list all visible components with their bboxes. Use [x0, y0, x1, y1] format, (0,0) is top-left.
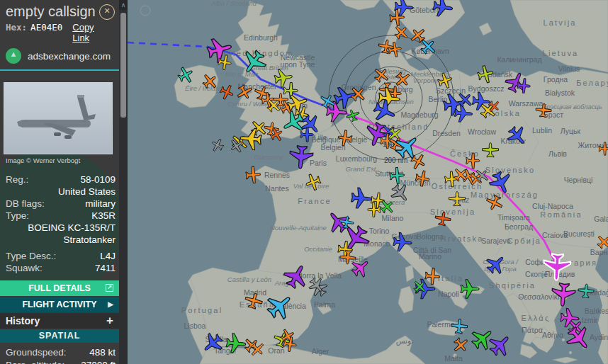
map-label: România [540, 210, 582, 219]
map-label: Србија [507, 237, 541, 245]
map-label: Lisboa [184, 322, 206, 330]
map-label: Białystok [545, 89, 575, 97]
info-row: BOEING KC-135R/T [6, 222, 116, 234]
map-label: Galați [594, 215, 608, 223]
photo-credit: Image © Werner Verbogt [0, 154, 119, 164]
aircraft-photo[interactable] [4, 82, 113, 154]
map-label: Львів [548, 149, 567, 158]
plus-icon: + [106, 314, 113, 328]
map-label: Torino [369, 227, 390, 235]
map-label: Paris [310, 159, 327, 167]
map-label: Lublin [532, 126, 552, 135]
spatial-data-table: Groundspeed:488 ktBaro. altitude:37000 f… [0, 343, 119, 364]
map-label: Nouvelle-Aquitaine [270, 224, 327, 232]
info-row: DB flags:military [6, 198, 116, 210]
map-label: Варна [590, 248, 608, 256]
map-label: Slovensko [485, 166, 536, 174]
map-label: Hrvatska [441, 234, 484, 243]
info-row: Squawk:7411 [6, 262, 116, 274]
info-row: Stratotanker [6, 234, 116, 246]
aircraft-info-sidebar: empty callsign × Hex: AE04E0 Copy Link a… [0, 0, 128, 364]
map-label: Aydin [590, 333, 608, 341]
spatial-row: Groundspeed:488 kt [6, 346, 116, 359]
scrollbar-thumb[interactable] [120, 13, 126, 118]
map-label: Grand Est [346, 165, 376, 173]
map-label: Dresden [432, 129, 461, 137]
spatial-row: Baro. altitude:37000 ft [6, 359, 116, 364]
adsbexchange-app: 150 nm200 nm Alba / ScotlandEdinburghNew… [0, 0, 608, 364]
map-label: Castilla y León [227, 275, 271, 283]
info-row: Type:K35R [6, 210, 116, 222]
map-label: Timișoara [497, 213, 530, 222]
expand-arrow-icon: ▶ [108, 297, 113, 312]
callsign-title: empty callsign [6, 4, 96, 20]
map-label: Sarajevo [481, 237, 511, 245]
map-label: Italia [438, 274, 463, 283]
map-label: Shqipëria [489, 281, 536, 290]
map-label: Malta [444, 354, 463, 363]
map-label: Αθήνα [542, 331, 563, 339]
map-label: Cluj-Napoca [532, 202, 573, 210]
map-label: Wrocław [468, 127, 496, 136]
kc135-photo-silhouette [4, 83, 111, 152]
flight-activity-button[interactable]: FLIGHT ACTIVITY ▶ [0, 297, 119, 312]
map-label: Magdeburg [400, 110, 438, 119]
map-label: Nantes [265, 184, 288, 193]
svg-text:200 nm: 200 nm [384, 157, 407, 164]
map-label: Napoli [438, 290, 459, 298]
map-label: București [563, 229, 595, 238]
aircraft-info-table: Reg.:58-0109United StatesDB flags:milita… [0, 164, 119, 274]
info-row: Type Desc.:L4J [6, 250, 116, 262]
map-label: Lietuva [543, 49, 579, 57]
full-details-button[interactable]: FULL DETAILS ↗ [0, 280, 119, 296]
map-label: Rennes [264, 171, 290, 179]
adsbexchange-logo-icon [6, 48, 21, 64]
sidebar-scrollbar[interactable]: ∧ [119, 0, 128, 364]
map-label: United Kingdom [216, 49, 293, 57]
map-label: Луцьк [561, 127, 581, 135]
map-label: France [298, 197, 331, 205]
map-label: Чернівці [564, 176, 593, 184]
info-row: United States [6, 186, 116, 198]
map-label: Пловдив [545, 270, 575, 278]
hex-label: Hex: [6, 22, 27, 33]
map-label: Калининград [497, 55, 541, 64]
map-label: Česko [450, 149, 480, 158]
history-expander[interactable]: History + [0, 313, 119, 329]
divider [0, 69, 119, 71]
map-label: Ελλάς [522, 314, 551, 322]
map-label: Edinburgh [244, 33, 278, 42]
map-label: Slovenija [430, 207, 475, 216]
map-label: Occitanie [304, 245, 332, 253]
map-label: Vilnius [558, 64, 580, 73]
map-label: Isle of Man [225, 70, 258, 78]
map-label: брэсцкая вобласць [543, 103, 602, 110]
map-label: Θεσσαλονίκη [518, 292, 562, 301]
map-label: Balıkesir [585, 307, 608, 315]
map-label: Πάτρα [522, 326, 543, 334]
brand-name: adsbexchange.com [28, 51, 111, 62]
map-label: Alba / Scotland [210, 0, 257, 7]
map-label: Izmir [582, 316, 598, 324]
map-label: Portugal [181, 306, 223, 314]
copy-link[interactable]: Copy Link [72, 22, 113, 43]
map-label: Palma [314, 300, 335, 309]
map-label: Marino [419, 252, 441, 261]
map-label: Milano [382, 214, 404, 222]
map-label: Guernsey [254, 153, 283, 161]
map-label: Warszawa [509, 99, 544, 108]
info-row: Reg.:58-0109 [6, 174, 116, 186]
map-label: Belgien [320, 143, 345, 152]
map-label: تونس [396, 336, 414, 346]
scroll-up-icon[interactable]: ∧ [119, 0, 128, 10]
map-label: Luxembourg [336, 154, 378, 163]
map-label: Београд [505, 222, 533, 231]
map-label: Alger [312, 347, 330, 356]
map-label: Гродна [544, 75, 568, 84]
map-label: Palermo [427, 320, 454, 329]
hex-value: AE04E0 [30, 22, 62, 33]
map-label: Éire / Ireland [185, 84, 224, 92]
map-label: Latvija [543, 18, 576, 27]
map-label: Österreich [432, 182, 483, 190]
close-icon[interactable]: × [99, 4, 115, 20]
